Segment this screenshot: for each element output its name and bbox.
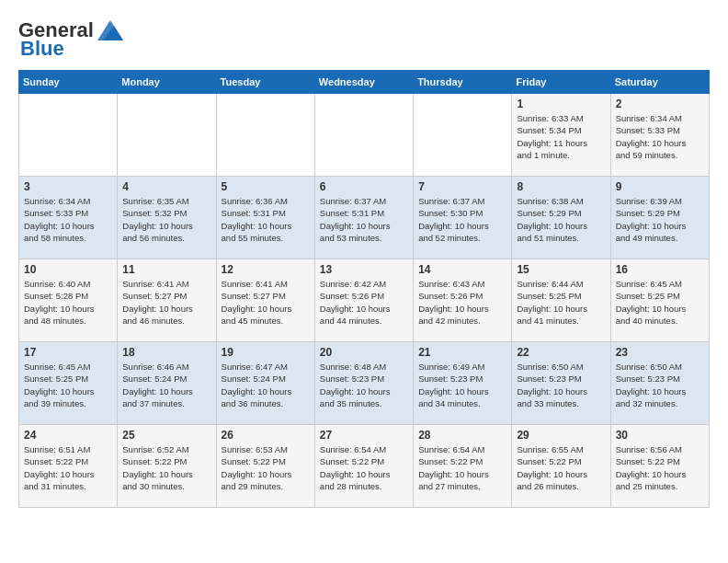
calendar-cell xyxy=(19,94,118,177)
day-number: 2 xyxy=(616,98,704,110)
day-number: 19 xyxy=(222,346,310,359)
calendar-cell: 18Sunrise: 6:46 AM Sunset: 5:24 PM Dayli… xyxy=(118,342,216,425)
day-number: 1 xyxy=(517,98,605,110)
day-number: 11 xyxy=(122,263,210,276)
day-number: 18 xyxy=(122,346,210,359)
day-number: 7 xyxy=(418,180,506,193)
calendar-cell: 15Sunrise: 6:44 AM Sunset: 5:25 PM Dayli… xyxy=(512,259,610,342)
cell-info: Sunrise: 6:51 AM Sunset: 5:22 PM Dayligh… xyxy=(24,443,112,492)
calendar-week-row: 17Sunrise: 6:45 AM Sunset: 5:25 PM Dayli… xyxy=(19,342,710,425)
calendar-cell: 29Sunrise: 6:55 AM Sunset: 5:22 PM Dayli… xyxy=(512,425,610,508)
day-header-thursday: Thursday xyxy=(414,71,512,94)
day-header-friday: Friday xyxy=(512,71,610,94)
day-number: 22 xyxy=(517,346,605,359)
cell-info: Sunrise: 6:39 AM Sunset: 5:29 PM Dayligh… xyxy=(616,195,704,244)
day-number: 14 xyxy=(418,263,506,276)
day-number: 17 xyxy=(24,346,112,359)
day-number: 24 xyxy=(24,429,112,442)
calendar-cell xyxy=(414,94,512,177)
day-number: 9 xyxy=(616,180,704,193)
cell-info: Sunrise: 6:53 AM Sunset: 5:22 PM Dayligh… xyxy=(222,443,310,492)
calendar-cell: 3Sunrise: 6:34 AM Sunset: 5:33 PM Daylig… xyxy=(19,177,118,259)
calendar-cell: 6Sunrise: 6:37 AM Sunset: 5:31 PM Daylig… xyxy=(314,177,413,259)
calendar-cell: 22Sunrise: 6:50 AM Sunset: 5:23 PM Dayli… xyxy=(512,342,610,425)
logo: General Blue xyxy=(18,18,123,61)
day-number: 26 xyxy=(222,429,310,442)
day-number: 3 xyxy=(24,180,112,193)
cell-info: Sunrise: 6:37 AM Sunset: 5:31 PM Dayligh… xyxy=(320,195,408,244)
calendar-cell: 24Sunrise: 6:51 AM Sunset: 5:22 PM Dayli… xyxy=(19,425,118,508)
calendar-cell: 7Sunrise: 6:37 AM Sunset: 5:30 PM Daylig… xyxy=(414,177,512,259)
logo-text-blue: Blue xyxy=(18,37,64,61)
day-number: 20 xyxy=(320,346,408,359)
cell-info: Sunrise: 6:48 AM Sunset: 5:23 PM Dayligh… xyxy=(320,361,408,409)
calendar-cell: 23Sunrise: 6:50 AM Sunset: 5:23 PM Dayli… xyxy=(610,342,709,425)
calendar-cell: 8Sunrise: 6:38 AM Sunset: 5:29 PM Daylig… xyxy=(512,177,610,259)
calendar-cell xyxy=(118,94,216,177)
calendar-cell: 12Sunrise: 6:41 AM Sunset: 5:27 PM Dayli… xyxy=(216,259,314,342)
calendar-cell: 20Sunrise: 6:48 AM Sunset: 5:23 PM Dayli… xyxy=(314,342,413,425)
cell-info: Sunrise: 6:38 AM Sunset: 5:29 PM Dayligh… xyxy=(517,195,605,244)
day-number: 5 xyxy=(222,180,310,193)
day-header-saturday: Saturday xyxy=(610,71,709,94)
calendar-cell: 14Sunrise: 6:43 AM Sunset: 5:26 PM Dayli… xyxy=(414,259,512,342)
cell-info: Sunrise: 6:46 AM Sunset: 5:24 PM Dayligh… xyxy=(122,361,210,409)
calendar-cell: 10Sunrise: 6:40 AM Sunset: 5:28 PM Dayli… xyxy=(19,259,118,342)
cell-info: Sunrise: 6:33 AM Sunset: 5:34 PM Dayligh… xyxy=(517,112,605,161)
day-number: 25 xyxy=(122,429,210,442)
cell-info: Sunrise: 6:43 AM Sunset: 5:26 PM Dayligh… xyxy=(418,278,506,327)
cell-info: Sunrise: 6:50 AM Sunset: 5:23 PM Dayligh… xyxy=(616,361,704,409)
calendar-cell: 27Sunrise: 6:54 AM Sunset: 5:22 PM Dayli… xyxy=(314,425,413,508)
day-number: 12 xyxy=(222,263,310,276)
cell-info: Sunrise: 6:41 AM Sunset: 5:27 PM Dayligh… xyxy=(222,278,310,327)
calendar-table: SundayMondayTuesdayWednesdayThursdayFrid… xyxy=(18,70,710,508)
calendar-cell: 13Sunrise: 6:42 AM Sunset: 5:26 PM Dayli… xyxy=(314,259,413,342)
day-number: 30 xyxy=(616,429,704,442)
cell-info: Sunrise: 6:50 AM Sunset: 5:23 PM Dayligh… xyxy=(517,361,605,409)
day-header-monday: Monday xyxy=(118,71,216,94)
cell-info: Sunrise: 6:42 AM Sunset: 5:26 PM Dayligh… xyxy=(320,278,408,327)
calendar-cell: 19Sunrise: 6:47 AM Sunset: 5:24 PM Dayli… xyxy=(216,342,314,425)
cell-info: Sunrise: 6:45 AM Sunset: 5:25 PM Dayligh… xyxy=(24,361,112,409)
calendar-cell: 30Sunrise: 6:56 AM Sunset: 5:22 PM Dayli… xyxy=(610,425,709,508)
calendar-week-row: 1Sunrise: 6:33 AM Sunset: 5:34 PM Daylig… xyxy=(19,94,710,177)
calendar-week-row: 24Sunrise: 6:51 AM Sunset: 5:22 PM Dayli… xyxy=(19,425,710,508)
day-number: 15 xyxy=(517,263,605,276)
logo-icon xyxy=(97,20,123,40)
calendar-cell: 4Sunrise: 6:35 AM Sunset: 5:32 PM Daylig… xyxy=(118,177,216,259)
cell-info: Sunrise: 6:55 AM Sunset: 5:22 PM Dayligh… xyxy=(517,443,605,492)
calendar-cell: 26Sunrise: 6:53 AM Sunset: 5:22 PM Dayli… xyxy=(216,425,314,508)
day-number: 4 xyxy=(122,180,210,193)
day-number: 23 xyxy=(616,346,704,359)
cell-info: Sunrise: 6:34 AM Sunset: 5:33 PM Dayligh… xyxy=(24,195,112,244)
calendar-week-row: 3Sunrise: 6:34 AM Sunset: 5:33 PM Daylig… xyxy=(19,177,710,259)
day-header-sunday: Sunday xyxy=(19,71,118,94)
cell-info: Sunrise: 6:52 AM Sunset: 5:22 PM Dayligh… xyxy=(122,443,210,492)
day-number: 21 xyxy=(418,346,506,359)
cell-info: Sunrise: 6:47 AM Sunset: 5:24 PM Dayligh… xyxy=(222,361,310,409)
cell-info: Sunrise: 6:36 AM Sunset: 5:31 PM Dayligh… xyxy=(222,195,310,244)
cell-info: Sunrise: 6:41 AM Sunset: 5:27 PM Dayligh… xyxy=(122,278,210,327)
day-number: 10 xyxy=(24,263,112,276)
cell-info: Sunrise: 6:56 AM Sunset: 5:22 PM Dayligh… xyxy=(616,443,704,492)
cell-info: Sunrise: 6:54 AM Sunset: 5:22 PM Dayligh… xyxy=(418,443,506,492)
calendar-cell: 16Sunrise: 6:45 AM Sunset: 5:25 PM Dayli… xyxy=(610,259,709,342)
calendar-week-row: 10Sunrise: 6:40 AM Sunset: 5:28 PM Dayli… xyxy=(19,259,710,342)
day-number: 8 xyxy=(517,180,605,193)
cell-info: Sunrise: 6:37 AM Sunset: 5:30 PM Dayligh… xyxy=(418,195,506,244)
day-header-wednesday: Wednesday xyxy=(314,71,413,94)
cell-info: Sunrise: 6:40 AM Sunset: 5:28 PM Dayligh… xyxy=(24,278,112,327)
cell-info: Sunrise: 6:44 AM Sunset: 5:25 PM Dayligh… xyxy=(517,278,605,327)
cell-info: Sunrise: 6:35 AM Sunset: 5:32 PM Dayligh… xyxy=(122,195,210,244)
calendar-cell: 17Sunrise: 6:45 AM Sunset: 5:25 PM Dayli… xyxy=(19,342,118,425)
day-number: 28 xyxy=(418,429,506,442)
calendar-cell: 25Sunrise: 6:52 AM Sunset: 5:22 PM Dayli… xyxy=(118,425,216,508)
calendar-cell: 5Sunrise: 6:36 AM Sunset: 5:31 PM Daylig… xyxy=(216,177,314,259)
cell-info: Sunrise: 6:54 AM Sunset: 5:22 PM Dayligh… xyxy=(320,443,408,492)
calendar-cell: 1Sunrise: 6:33 AM Sunset: 5:34 PM Daylig… xyxy=(512,94,610,177)
calendar-header-row: SundayMondayTuesdayWednesdayThursdayFrid… xyxy=(19,71,710,94)
day-number: 16 xyxy=(616,263,704,276)
day-header-tuesday: Tuesday xyxy=(216,71,314,94)
day-number: 6 xyxy=(320,180,408,193)
calendar-cell: 9Sunrise: 6:39 AM Sunset: 5:29 PM Daylig… xyxy=(610,177,709,259)
